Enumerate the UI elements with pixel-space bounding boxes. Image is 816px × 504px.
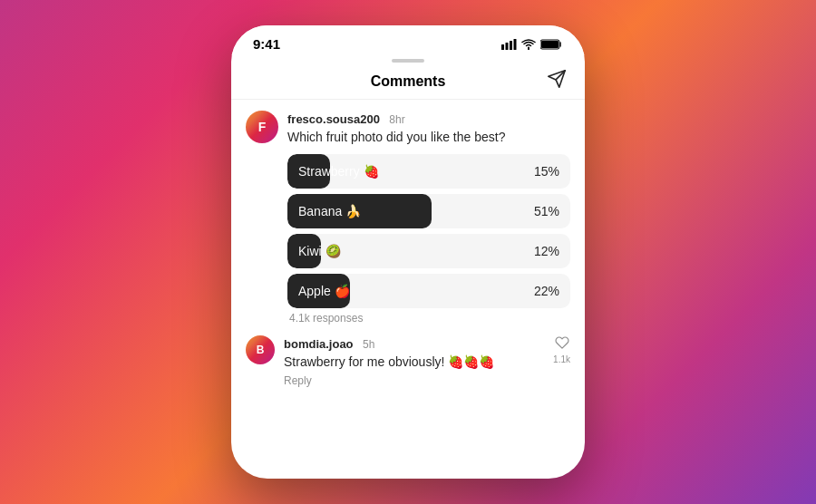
post-avatar: F bbox=[246, 111, 278, 143]
comment-username: bomdia.joao bbox=[284, 337, 354, 351]
post-comment: F fresco.sousa200 8hr Which fruit photo … bbox=[246, 111, 570, 325]
svg-rect-1 bbox=[506, 43, 509, 50]
status-time: 9:41 bbox=[253, 36, 280, 52]
post-username: fresco.sousa200 bbox=[287, 112, 380, 126]
comment-text: Strawberry for me obviously! 🍓🍓🍓 bbox=[284, 354, 544, 372]
comments-header: Comments bbox=[231, 63, 585, 100]
comments-title: Comments bbox=[371, 73, 446, 90]
heart-icon[interactable] bbox=[555, 335, 569, 353]
svg-rect-2 bbox=[510, 41, 512, 50]
poll-percent-apple: 22% bbox=[534, 284, 559, 298]
poll-option-banana[interactable]: Banana 🍌 51% bbox=[287, 194, 570, 228]
comment-avatar: B bbox=[246, 335, 275, 364]
svg-rect-3 bbox=[514, 39, 517, 50]
status-bar: 9:41 bbox=[231, 25, 585, 55]
heart-count: 1.1k bbox=[553, 354, 570, 364]
poll-percent-banana: 51% bbox=[534, 204, 559, 218]
reply-button[interactable]: Reply bbox=[284, 374, 544, 387]
post-comment-content: fresco.sousa200 8hr Which fruit photo di… bbox=[287, 111, 570, 325]
signal-icon bbox=[501, 39, 517, 50]
poll-container: Strawberry 🍓 15% Banana 🍌 51% Kiwi 🥝 12% bbox=[287, 154, 570, 308]
poll-percent-strawberry: 15% bbox=[534, 164, 559, 179]
comment-time: 5h bbox=[363, 338, 374, 351]
comment-item: B bomdia.joao 5h Strawberry for me obvio… bbox=[246, 335, 570, 388]
post-text: Which fruit photo did you like the best? bbox=[287, 129, 570, 147]
poll-label-kiwi: Kiwi 🥝 bbox=[287, 244, 352, 258]
wifi-icon bbox=[521, 39, 536, 50]
poll-option-kiwi[interactable]: Kiwi 🥝 12% bbox=[287, 234, 570, 268]
battery-icon bbox=[540, 39, 563, 50]
status-icons bbox=[501, 39, 563, 50]
comment-content: bomdia.joao 5h Strawberry for me obvious… bbox=[284, 335, 544, 388]
comments-body: F fresco.sousa200 8hr Which fruit photo … bbox=[231, 100, 585, 479]
poll-responses: 4.1k responses bbox=[289, 312, 570, 325]
poll-label-apple: Apple 🍎 bbox=[287, 284, 361, 298]
phone-frame: 9:41 Co bbox=[231, 25, 585, 479]
post-time: 8hr bbox=[389, 113, 404, 126]
poll-option-apple[interactable]: Apple 🍎 22% bbox=[287, 274, 570, 308]
svg-rect-5 bbox=[541, 41, 559, 48]
comment-actions: 1.1k bbox=[553, 335, 570, 364]
poll-label-strawberry: Strawberry 🍓 bbox=[287, 164, 390, 179]
poll-label-banana: Banana 🍌 bbox=[287, 204, 372, 218]
poll-percent-kiwi: 12% bbox=[534, 244, 559, 258]
svg-rect-0 bbox=[501, 44, 504, 50]
send-icon[interactable] bbox=[547, 69, 567, 92]
poll-option-strawberry[interactable]: Strawberry 🍓 15% bbox=[287, 154, 570, 189]
